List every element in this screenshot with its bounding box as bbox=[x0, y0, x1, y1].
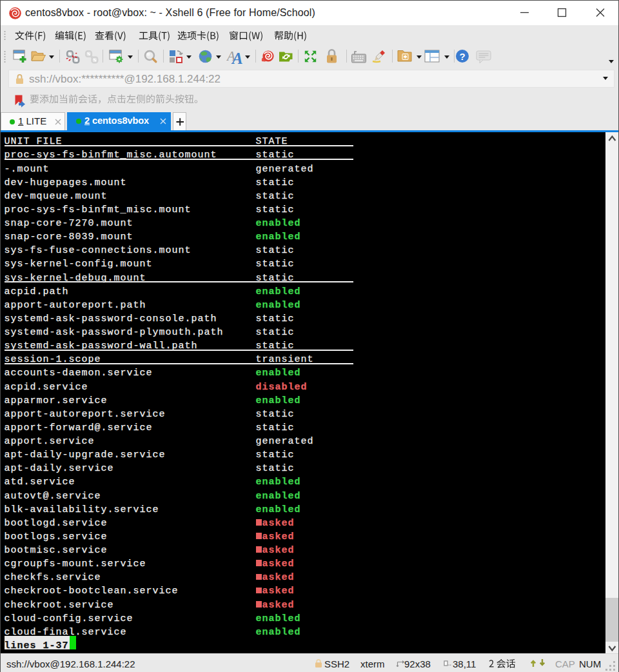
svg-text:A: A bbox=[231, 50, 243, 66]
svg-text:?: ? bbox=[459, 51, 465, 62]
